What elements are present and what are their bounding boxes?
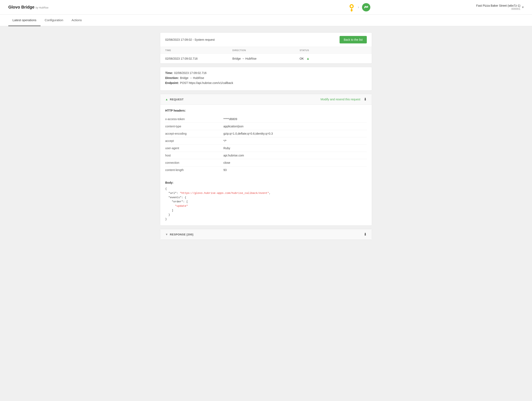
http-header-row: connectionclose [165,159,367,166]
http-header-key: host [165,152,223,159]
download-icon[interactable]: ⬇ [364,97,367,102]
account-name: Fast Pizza Baker Street (wbv7z-1) [476,4,520,7]
detail-endpoint-label: Endpoint: [165,81,179,85]
request-actions: Modify and resend this request ⬇ [321,97,367,102]
detail-endpoint-value: POST https://api.hubrise.com/v1/callback [180,81,233,85]
http-header-value: close [223,159,367,166]
tab-latest-operations[interactable]: Latest operations [8,14,40,26]
response-section-title: ▼ RESPONSE [200] [165,233,193,236]
expand-icon[interactable]: ▲ [306,57,310,60]
http-header-key: content-length [165,166,223,174]
http-header-key: connection [165,159,223,166]
request-section-title: ▲ REQUEST [165,98,184,101]
code-line: { [165,187,367,191]
body-section: Body: { "url": "https://glovo.hubrise-ap… [160,181,372,226]
detail-endpoint-line: Endpoint: POST https://api.hubrise.com/v… [165,81,367,85]
response-download-icon[interactable]: ⬇ [364,232,367,237]
http-header-row: accept*/* [165,137,367,145]
code-line: "url": "https://glovo.hubrise-apps.com/h… [165,191,367,195]
code-line: "events": { [165,195,367,200]
code-line: ] [165,208,367,213]
http-headers-section: HTTP headers: x-access-token*****d6809co… [160,105,372,178]
request-section-header: ▲ REQUEST Modify and resend this request… [160,94,372,105]
response-label: RESPONSE [200] [170,233,193,236]
request-card: ▲ REQUEST Modify and resend this request… [160,94,372,226]
http-header-key: accept [165,137,223,145]
code-line: } [165,213,367,217]
main-content: 02/06/2023 17:09:02 - System request Bac… [152,26,380,246]
http-header-value: api.hubrise.com [223,152,367,159]
hubrise-icon [361,3,371,12]
row-time: 02/06/2023 17:09:02.716 [165,57,232,60]
http-header-value: gzip;q=1.0,deflate;q=0.6,identity;q=0.3 [223,130,367,137]
col-status-header: STATUS [300,49,367,51]
http-headers-title: HTTP headers: [165,109,367,112]
operation-card: 02/06/2023 17:09:02 - System request Bac… [160,32,372,63]
http-header-key: user-agent [165,145,223,152]
row-status: OK [300,57,304,60]
http-header-value: Ruby [223,145,367,152]
account-id: 000001 [476,7,520,10]
request-label: REQUEST [170,98,184,101]
code-line: "update" [165,204,367,208]
response-card: ▼ RESPONSE [200] ⬇ [160,229,372,240]
svg-point-2 [351,11,352,12]
svg-point-1 [351,5,353,7]
http-header-key: accept-encoding [165,130,223,137]
response-section-header: ▼ RESPONSE [200] ⬇ [160,229,372,239]
app-name: Glovo Bridge by HubRise [8,5,48,10]
detail-card: Time: 02/06/2023 17:09:02.716 Direction:… [160,67,372,91]
body-title: Body: [165,181,367,184]
operation-row[interactable]: 02/06/2023 17:09:02.716 Bridge → HubRise… [160,54,372,63]
code-block: { "url": "https://glovo.hubrise-apps.com… [165,187,367,221]
detail-time-label: Time: [165,71,173,75]
back-to-list-button[interactable]: Back to the list [340,36,367,44]
http-header-row: accept-encodinggzip;q=1.0,deflate;q=0.6,… [165,130,367,137]
detail-direction-value: Bridge → HubRise [180,76,204,80]
http-header-row: content-typeapplication/json [165,123,367,130]
http-header-row: hostapi.hubrise.com [165,152,367,159]
http-header-key: x-access-token [165,116,223,123]
nav-tabs: Latest operations Configuration Actions [0,14,532,26]
arrow-icon: › [358,5,359,9]
row-status-cell: OK ▲ [300,57,367,60]
http-header-row: user-agentRuby [165,145,367,152]
col-time-header: TIME [165,49,232,51]
detail-time-value: 02/06/2023 17:09:02.716 [174,71,207,75]
app-by: by HubRise [36,6,48,9]
http-header-value: 93 [223,166,367,174]
http-header-value: *****d6809 [223,116,367,123]
table-headers: TIME DIRECTION STATUS [160,47,372,54]
http-headers-table: x-access-token*****d6809content-typeappl… [165,116,367,174]
detail-time-line: Time: 02/06/2023 17:09:02.716 [165,71,367,75]
code-line: } [165,217,367,221]
col-direction-header: DIRECTION [232,49,299,51]
http-header-key: content-type [165,123,223,130]
http-header-row: x-access-token*****d6809 [165,116,367,123]
operation-header: 02/06/2023 17:09:02 - System request Bac… [160,33,372,47]
detail-direction-line: Direction: Bridge → HubRise [165,76,367,80]
response-collapse-icon[interactable]: ▼ [165,233,168,236]
operation-title: 02/06/2023 17:09:02 - System request [165,38,215,41]
tab-actions[interactable]: Actions [67,14,86,26]
http-header-value: application/json [223,123,367,130]
http-header-row: content-length93 [165,166,367,174]
account-selector[interactable]: Fast Pizza Baker Street (wbv7z-1) 000001… [476,4,524,10]
detail-direction-label: Direction: [165,76,179,80]
request-collapse-icon[interactable]: ▲ [165,98,168,101]
app-header: Glovo Bridge by HubRise › Fast Pizza Bak… [0,0,532,14]
tab-configuration[interactable]: Configuration [40,14,67,26]
modify-resend-link[interactable]: Modify and resend this request [321,98,360,101]
logo-area: Glovo Bridge by HubRise [8,5,242,10]
row-direction: Bridge → HubRise [232,57,299,60]
dropdown-arrow-icon[interactable]: ▾ [522,5,524,9]
http-header-value: */* [223,137,367,145]
code-line: "order": [ [165,200,367,204]
glovo-icon [348,3,355,12]
header-icons: › [242,3,476,12]
